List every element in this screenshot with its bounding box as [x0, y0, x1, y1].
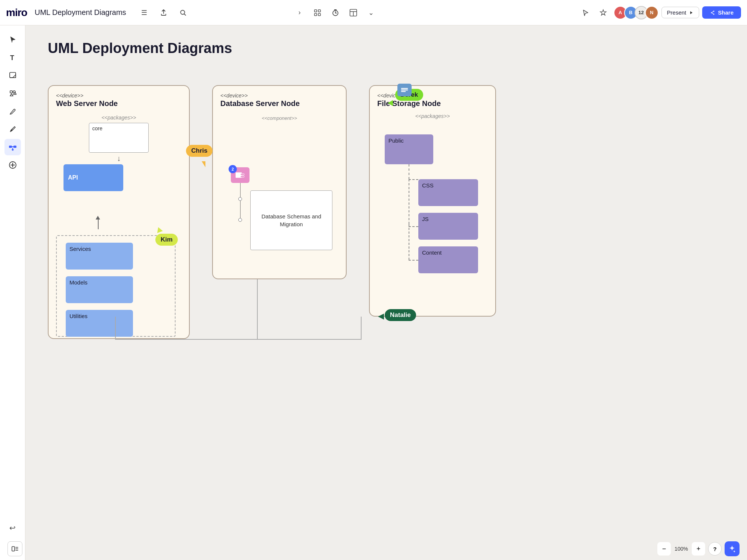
- chris-cursor-triangle: [202, 161, 205, 167]
- pencil-tool[interactable]: [4, 121, 21, 137]
- db-stereotype: <<device>>: [220, 93, 338, 99]
- zoom-out-button[interactable]: −: [657, 542, 671, 556]
- undo-button[interactable]: ↩: [4, 520, 21, 536]
- more-button[interactable]: ⌄: [364, 5, 379, 20]
- svg-point-0: [180, 10, 185, 14]
- db-vert-line: [240, 183, 241, 198]
- db-server-header: <<device>> Database Server Node: [213, 86, 346, 108]
- svg-rect-3: [318, 10, 320, 12]
- api-services-line: [98, 218, 99, 229]
- db-vert-line2: [240, 201, 241, 218]
- right-toolbar: A B 12 N Present Share: [578, 5, 741, 20]
- core-box: core: [89, 123, 149, 153]
- db-server-node: <<device>> Database Server Node <<compon…: [212, 85, 347, 279]
- derek-icon-box: [397, 84, 412, 96]
- svg-rect-32: [241, 174, 244, 175]
- sticky-note-tool[interactable]: [4, 67, 21, 84]
- core-box-wrapper: core: [49, 123, 189, 153]
- collab-button[interactable]: [596, 5, 611, 20]
- svg-line-17: [712, 13, 713, 13]
- file-packages-label: <<packages>>: [370, 113, 495, 119]
- avatar-4[interactable]: N: [645, 6, 658, 19]
- file-storage-title: File Storage Node: [377, 99, 488, 108]
- template-button[interactable]: [346, 5, 361, 20]
- svg-text:T: T: [10, 54, 14, 61]
- file-storage-node: <<device>> File Storage Node <<packages>…: [369, 85, 496, 317]
- content-dashed-vert: [409, 224, 409, 260]
- svg-line-1: [184, 14, 186, 15]
- right-vert-line: [361, 317, 362, 340]
- pen-tool[interactable]: [4, 103, 21, 119]
- menu-button[interactable]: ☰: [137, 5, 152, 20]
- svg-rect-24: [13, 146, 16, 148]
- text-tool[interactable]: T: [4, 49, 21, 66]
- page-title: UML Deployment Diagrams: [48, 40, 232, 56]
- api-up-arrow: [96, 216, 100, 220]
- svg-point-26: [12, 149, 13, 151]
- file-stereotype: <<device>>: [377, 93, 488, 99]
- share-button[interactable]: Share: [702, 6, 741, 19]
- fit-button[interactable]: [310, 5, 325, 20]
- down-arrow: ↓: [49, 154, 189, 163]
- board-title: UML Deployment Diagrams: [35, 8, 126, 17]
- svg-line-16: [712, 11, 713, 12]
- present-button[interactable]: Present: [661, 7, 700, 18]
- css-dashed-line: [409, 179, 418, 180]
- zoom-control: − 100% +: [657, 542, 705, 556]
- bottom-bar: − 100% + ?: [0, 538, 747, 560]
- help-button[interactable]: ?: [708, 542, 722, 556]
- svg-rect-37: [12, 547, 15, 551]
- panel-toggle-button[interactable]: [7, 541, 22, 556]
- api-box-wrapper: API: [56, 164, 182, 191]
- db-inner-box: Database Schemas and Migration: [250, 190, 332, 250]
- db-circle-bottom: [238, 218, 242, 222]
- web-packages-label: <<packages>>: [49, 115, 189, 121]
- svg-rect-5: [318, 13, 320, 16]
- content-box: Content: [418, 246, 478, 273]
- miro-logo: miro: [6, 7, 27, 19]
- db-circle-top: [238, 197, 242, 201]
- js-dashed-line: [409, 226, 418, 227]
- public-dashed-line: [409, 164, 409, 179]
- export-button[interactable]: [156, 5, 171, 20]
- canvas[interactable]: UML Deployment Diagrams <<device>> Web S…: [25, 25, 747, 538]
- db-component-label: <<component>>: [213, 115, 346, 121]
- add-tool[interactable]: [4, 157, 21, 173]
- timer-button[interactable]: [328, 5, 343, 20]
- svg-rect-2: [314, 10, 317, 12]
- svg-rect-4: [314, 13, 317, 16]
- models-box: Models: [66, 276, 133, 303]
- utilities-box: Utilities: [66, 310, 133, 337]
- magic-button[interactable]: [725, 541, 740, 556]
- top-toolbar: miro UML Deployment Diagrams ☰ › ⌄ A B 1…: [0, 0, 747, 25]
- diagram-tool[interactable]: [4, 139, 21, 155]
- svg-rect-21: [10, 91, 12, 93]
- svg-point-13: [711, 12, 712, 13]
- css-box: CSS: [418, 179, 478, 206]
- svg-rect-23: [9, 146, 12, 148]
- left-vert-line: [115, 317, 116, 340]
- svg-rect-33: [241, 176, 244, 177]
- web-server-header: <<device>> Web Server Node: [49, 86, 189, 108]
- natalie-cursor-triangle: [378, 314, 384, 320]
- js-box: JS: [418, 213, 478, 240]
- web-server-node: <<device>> Web Server Node <<packages>> …: [48, 85, 190, 339]
- api-box: API: [63, 164, 123, 191]
- forward-button[interactable]: ›: [292, 5, 307, 20]
- cursor-tool-button[interactable]: [578, 5, 593, 20]
- db-title: Database Server Node: [220, 99, 338, 108]
- shape-tool[interactable]: [4, 85, 21, 102]
- derek-cursor-triangle: [388, 100, 393, 106]
- zoom-in-button[interactable]: +: [692, 542, 705, 556]
- svg-point-14: [713, 10, 715, 12]
- web-server-title: Web Server Node: [56, 99, 182, 108]
- services-box: Services: [66, 243, 133, 270]
- select-tool[interactable]: [4, 31, 21, 48]
- zoom-controls: − 100% + ?: [657, 541, 740, 556]
- content-dashed-line: [409, 260, 418, 261]
- left-sidebar: T ↩ ↪: [0, 25, 25, 560]
- public-box: Public: [385, 134, 433, 164]
- search-button[interactable]: [176, 5, 190, 20]
- zoom-level: 100%: [674, 546, 689, 552]
- db-notif-badge: 2: [229, 165, 237, 173]
